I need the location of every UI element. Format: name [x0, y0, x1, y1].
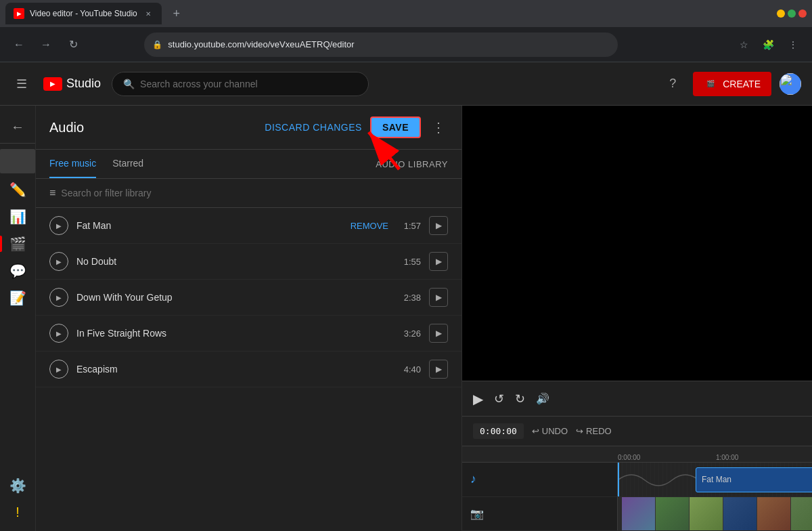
bookmark-icon[interactable]: ☆ — [734, 34, 755, 56]
track-remove-btn-0[interactable]: REMOVE — [351, 221, 388, 231]
win-close[interactable] — [798, 9, 807, 18]
track-name-4: Escapism — [76, 364, 388, 375]
content-area: Audio DISCARD CHANGES SAVE ⋮ — [36, 106, 812, 531]
track-play-icon-0[interactable]: ▶ — [49, 216, 68, 235]
track-item[interactable]: ▶ No Doubt 1:55 ▶ — [36, 244, 461, 280]
yt-logo[interactable]: ▶ Studio — [43, 77, 101, 91]
film-frame — [791, 497, 812, 530]
track-name-1: No Doubt — [76, 256, 388, 267]
audio-library-link[interactable]: AUDIO LIBRARY — [376, 159, 448, 169]
track-preview-btn-2[interactable]: ▶ — [429, 288, 448, 307]
volume-button[interactable]: 🔊 — [536, 392, 549, 405]
track-play-icon-3[interactable]: ▶ — [49, 324, 68, 343]
sidebar-item-edit[interactable]: ✏️ — [0, 176, 35, 203]
track-item[interactable]: ▶ Down With Your Getup 2:38 ▶ — [36, 280, 461, 316]
audio-tabs-bar: Free music Starred AUDIO LIBRARY — [36, 150, 461, 179]
hamburger-menu[interactable]: ☰ — [11, 71, 32, 97]
sidebar-item-editor[interactable]: 🎬 — [0, 230, 35, 257]
forward-button[interactable]: → — [35, 34, 57, 56]
browser-chrome: ▶ Video editor - YouTube Studio ✕ + ← → … — [0, 0, 812, 62]
avatar[interactable] — [780, 73, 801, 95]
track-duration-2: 2:38 — [397, 293, 421, 303]
sidebar-item-comments[interactable]: 💬 — [0, 257, 35, 284]
alert-icon: ! — [16, 505, 20, 520]
film-frames-bg — [622, 497, 812, 530]
tab-close-btn[interactable]: ✕ — [143, 8, 154, 19]
win-maximize[interactable] — [788, 9, 796, 18]
undo-button[interactable]: ↩ UNDO — [532, 426, 568, 436]
video-filmstrip-area — [618, 497, 812, 530]
address-bar[interactable]: 🔒 studio.youtube.com/video/veVxeuAETRQ/e… — [144, 33, 618, 57]
track-preview-btn-4[interactable]: ▶ — [429, 360, 448, 379]
audio-track-label: ♪ — [462, 463, 618, 496]
timeline-ruler: 0:00:00 1:00:00 2:00:00 3:00:00 4:00:00 … — [462, 446, 812, 463]
sidebar-item-subtitles[interactable]: 📝 — [0, 284, 35, 312]
sidebar-alerts[interactable]: ! — [0, 499, 35, 526]
save-button[interactable]: SAVE — [370, 116, 421, 138]
browser-tab[interactable]: ▶ Video editor - YouTube Studio ✕ — [5, 3, 162, 24]
search-bar[interactable]: 🔍 Search across your channel — [112, 72, 369, 96]
thumbnail-preview[interactable] — [0, 149, 35, 173]
track-play-icon-2[interactable]: ▶ — [49, 288, 68, 307]
timecode-display: 0:00:00 — [473, 423, 524, 439]
track-duration-4: 4:40 — [397, 364, 421, 375]
track-duration-3: 3:26 — [397, 328, 421, 339]
film-frame — [690, 497, 723, 530]
rewind-button[interactable]: ↺ — [494, 391, 504, 406]
extensions-icon[interactable]: 🧩 — [758, 34, 780, 56]
timeline-toolbar: 0:00:00 ↩ UNDO ↪ REDO ≡ 🔍 — [462, 417, 812, 446]
filmstrip — [618, 497, 812, 530]
page-title: Audio — [49, 120, 84, 135]
back-to-channel[interactable]: ← — [0, 111, 35, 144]
tab-free-music[interactable]: Free music — [49, 150, 96, 178]
filter-icon: ≡ — [49, 187, 55, 199]
audio-search-bar[interactable]: ≡ Search or filter library — [36, 179, 461, 208]
fat-man-clip[interactable]: Fat Man ≡ ⋮ — [696, 467, 812, 492]
clip-title: Fat Man — [702, 475, 731, 484]
search-filter-text: Search or filter library — [61, 188, 151, 198]
track-play-icon-1[interactable]: ▶ — [49, 252, 68, 271]
audio-panel: Audio DISCARD CHANGES SAVE ⋮ — [36, 106, 462, 531]
edit-icon: ✏️ — [9, 182, 26, 198]
more-options-button[interactable]: ⋮ — [429, 116, 448, 138]
browser-menu[interactable]: ⋮ — [782, 34, 804, 56]
redo-icon: ↪ — [576, 426, 583, 436]
discard-changes-button[interactable]: DISCARD CHANGES — [265, 122, 362, 133]
film-frame — [656, 497, 690, 530]
track-play-icon-4[interactable]: ▶ — [49, 360, 68, 379]
redo-label: REDO — [586, 426, 612, 436]
sidebar-settings[interactable]: ⚙️ — [0, 472, 35, 499]
yt-header: ☰ ▶ Studio 🔍 Search across your channel … — [0, 62, 812, 106]
help-icon: ? — [669, 77, 676, 91]
track-item[interactable]: ▶ Escapism 4:40 ▶ — [36, 352, 461, 387]
help-button[interactable]: ? — [660, 72, 685, 96]
redo-button[interactable]: ↪ REDO — [576, 426, 612, 436]
track-preview-btn-1[interactable]: ▶ — [429, 252, 448, 271]
play-button[interactable]: ▶ — [473, 391, 483, 407]
subtitles-icon: 📝 — [9, 290, 26, 306]
window-controls — [777, 9, 807, 18]
main-layout: ← ✏️ 📊 🎬 💬 📝 ⚙️ ! — [0, 106, 812, 531]
track-name-2: Down With Your Getup — [76, 292, 388, 303]
back-button[interactable]: ← — [8, 34, 30, 56]
tab-starred[interactable]: Starred — [112, 150, 143, 178]
sidebar: ← ✏️ 📊 🎬 💬 📝 ⚙️ ! — [0, 106, 36, 531]
film-frame — [723, 497, 757, 530]
timeline-area: 0:00:00 ↩ UNDO ↪ REDO ≡ 🔍 — [462, 416, 812, 531]
film-frame — [757, 497, 791, 530]
browser-nav-bar: ← → ↻ 🔒 studio.youtube.com/video/veVxeuA… — [0, 27, 812, 62]
track-preview-btn-0[interactable]: ▶ — [429, 216, 448, 235]
new-tab-button[interactable]: + — [167, 4, 186, 23]
forward-button[interactable]: ↻ — [515, 391, 525, 406]
track-preview-btn-3[interactable]: ▶ — [429, 324, 448, 343]
comments-icon: 💬 — [9, 263, 26, 279]
reload-button[interactable]: ↻ — [62, 34, 84, 56]
sidebar-item-analytics[interactable]: 📊 — [0, 203, 35, 230]
video-track-label: 📷 — [462, 497, 618, 530]
win-minimize[interactable] — [777, 9, 785, 18]
track-item[interactable]: ▶ Fat Man REMOVE 1:57 ▶ — [36, 208, 461, 244]
track-item[interactable]: ▶ In Five Straight Rows 3:26 ▶ — [36, 316, 461, 352]
create-button[interactable]: 🎬 CREATE — [693, 72, 771, 96]
right-panel: ▶ ↺ ↻ 🔊 ⚙ 0:00:00 ↩ UNDO — [462, 106, 812, 531]
yt-play-icon: ▶ — [50, 80, 55, 87]
